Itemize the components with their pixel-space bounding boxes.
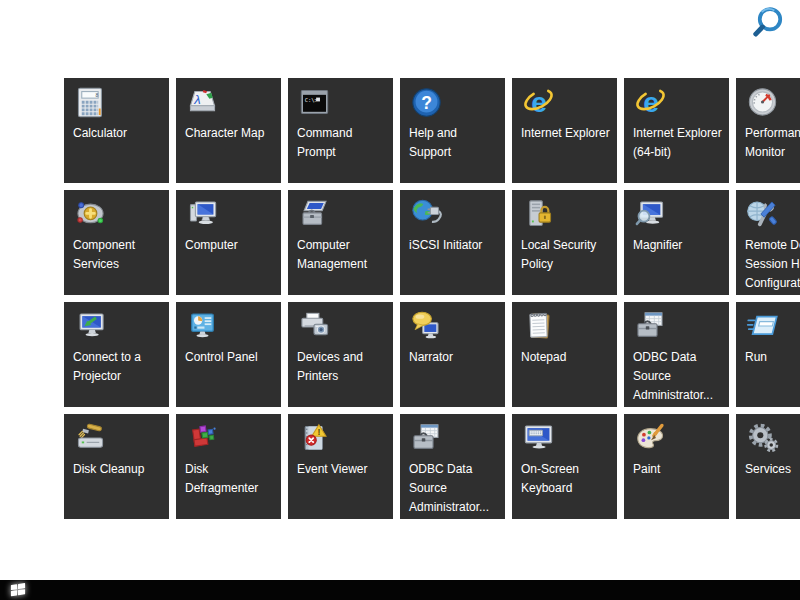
tile-label: Connect to a Projector xyxy=(73,348,164,386)
tile-paint[interactable]: Paint xyxy=(624,414,729,519)
tile-label: Notepad xyxy=(521,348,612,367)
tile-label: Local Security Policy xyxy=(521,236,612,274)
tile-notepad[interactable]: Notepad xyxy=(512,302,617,407)
tile-devices-and-printers[interactable]: Devices and Printers xyxy=(288,302,393,407)
tile-label: Devices and Printers xyxy=(297,348,388,386)
devices-and-printers-icon xyxy=(297,309,332,344)
narrator-icon xyxy=(409,309,444,344)
notepad-icon xyxy=(521,309,556,344)
tile-character-map[interactable]: λ Character Map xyxy=(176,78,281,183)
tile-label: Performance Monitor xyxy=(745,124,800,162)
control-panel-icon xyxy=(185,309,220,344)
tile-performance-monitor[interactable]: Performance Monitor xyxy=(736,78,800,183)
tile-odbc-data-source-administrator-2[interactable]: ODBC Data Source Administrator... xyxy=(400,414,505,519)
tile-label: Run xyxy=(745,348,800,367)
tile-label: Control Panel xyxy=(185,348,276,367)
tile-label: Computer Management xyxy=(297,236,388,274)
svg-text:e: e xyxy=(643,86,659,118)
tile-label: Calculator xyxy=(73,124,164,143)
taskbar xyxy=(0,580,800,600)
tile-label: Command Prompt xyxy=(297,124,388,162)
tile-label: Magnifier xyxy=(633,236,724,255)
tile-label: Services xyxy=(745,460,800,479)
local-security-policy-icon xyxy=(521,197,556,232)
disk-cleanup-icon xyxy=(73,421,108,456)
tile-control-panel[interactable]: Control Panel xyxy=(176,302,281,407)
component-services-icon xyxy=(73,197,108,232)
tile-disk-cleanup[interactable]: Disk Cleanup xyxy=(64,414,169,519)
run-icon xyxy=(745,309,780,344)
tile-services[interactable]: Services xyxy=(736,414,800,519)
tile-label: iSCSI Initiator xyxy=(409,236,500,255)
paint-icon xyxy=(633,421,668,456)
tile-label: Component Services xyxy=(73,236,164,274)
tile-label: Event Viewer xyxy=(297,460,388,479)
svg-text:8: 8 xyxy=(95,93,98,98)
tile-iscsi-initiator[interactable]: iSCSI Initiator xyxy=(400,190,505,295)
tile-internet-explorer-64-bit[interactable]: e Internet Explorer (64-bit) xyxy=(624,78,729,183)
tile-label: Narrator xyxy=(409,348,500,367)
tile-label: Remote Desktop Session Host Configuratio… xyxy=(745,236,800,293)
internet-explorer-icon: e xyxy=(521,85,556,120)
windows-start-icon[interactable] xyxy=(8,582,28,598)
odbc-data-source-administrator-icon xyxy=(409,421,444,456)
on-screen-keyboard-icon xyxy=(521,421,556,456)
tile-label: Help and Support xyxy=(409,124,500,162)
tile-calculator[interactable]: 8 Calculator xyxy=(64,78,169,183)
help-and-support-icon: ? xyxy=(409,85,444,120)
tile-label: Internet Explorer xyxy=(521,124,612,143)
command-prompt-icon: C:\> xyxy=(297,85,332,120)
tile-label: ODBC Data Source Administrator... xyxy=(633,348,724,405)
tile-narrator[interactable]: Narrator xyxy=(400,302,505,407)
tile-disk-defragmenter[interactable]: Disk Defragmenter xyxy=(176,414,281,519)
tile-label: Paint xyxy=(633,460,724,479)
svg-text:λ: λ xyxy=(193,92,200,107)
tile-event-viewer[interactable]: ! Event Viewer xyxy=(288,414,393,519)
tile-label: Disk Defragmenter xyxy=(185,460,276,498)
tile-label: ODBC Data Source Administrator... xyxy=(409,460,500,517)
svg-text:?: ? xyxy=(421,93,432,113)
tile-help-and-support[interactable]: ? Help and Support xyxy=(400,78,505,183)
performance-monitor-icon xyxy=(745,85,780,120)
tile-label: On-Screen Keyboard xyxy=(521,460,612,498)
tile-label: Character Map xyxy=(185,124,276,143)
calculator-icon: 8 xyxy=(73,85,108,120)
tile-command-prompt[interactable]: C:\> Command Prompt xyxy=(288,78,393,183)
tile-computer[interactable]: Computer xyxy=(176,190,281,295)
app-tile-grid: 8 Calculator λ Character Map C:\> Comman… xyxy=(64,78,800,519)
odbc-data-source-administrator-icon xyxy=(633,309,668,344)
tile-label: Computer xyxy=(185,236,276,255)
svg-text:!: ! xyxy=(317,427,320,437)
tile-connect-to-a-projector[interactable]: Connect to a Projector xyxy=(64,302,169,407)
connect-to-a-projector-icon xyxy=(73,309,108,344)
svg-text:e: e xyxy=(531,86,547,118)
search-magnifier-icon[interactable] xyxy=(748,0,792,44)
services-icon xyxy=(745,421,780,456)
internet-explorer-icon: e xyxy=(633,85,668,120)
tile-local-security-policy[interactable]: Local Security Policy xyxy=(512,190,617,295)
disk-defragmenter-icon xyxy=(185,421,220,456)
character-map-icon: λ xyxy=(185,85,220,120)
tile-computer-management[interactable]: Computer Management xyxy=(288,190,393,295)
remote-desktop-session-host-configuration-icon xyxy=(745,197,780,232)
tile-component-services[interactable]: Component Services xyxy=(64,190,169,295)
computer-icon xyxy=(185,197,220,232)
tile-label: Internet Explorer (64-bit) xyxy=(633,124,724,162)
tile-remote-desktop-session-host-configuration[interactable]: Remote Desktop Session Host Configuratio… xyxy=(736,190,800,295)
tile-magnifier[interactable]: Magnifier xyxy=(624,190,729,295)
magnifier-icon xyxy=(633,197,668,232)
tile-odbc-data-source-administrator[interactable]: ODBC Data Source Administrator... xyxy=(624,302,729,407)
tile-internet-explorer[interactable]: e Internet Explorer xyxy=(512,78,617,183)
tile-run[interactable]: Run xyxy=(736,302,800,407)
iscsi-initiator-icon xyxy=(409,197,444,232)
event-viewer-icon: ! xyxy=(297,421,332,456)
tile-on-screen-keyboard[interactable]: On-Screen Keyboard xyxy=(512,414,617,519)
tile-label: Disk Cleanup xyxy=(73,460,164,479)
computer-management-icon xyxy=(297,197,332,232)
